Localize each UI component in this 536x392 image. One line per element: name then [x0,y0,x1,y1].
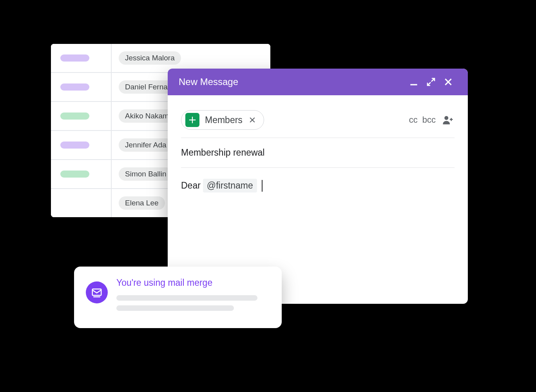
status-cell [51,160,112,188]
contact-chip[interactable]: Elena Lee [119,196,165,210]
compose-title: New Message [179,76,405,87]
status-cell [51,131,112,159]
svg-rect-8 [92,289,101,295]
status-cell [51,73,112,101]
status-pill [60,171,89,178]
status-pill [60,142,89,149]
add-person-icon[interactable] [441,113,455,127]
skeleton-line [116,295,257,301]
recipient-chip-members[interactable]: Members [181,110,264,130]
expand-icon[interactable] [422,73,440,91]
minimize-icon[interactable] [405,73,422,91]
toast-title: You're using mail merge [116,278,270,288]
recipients-row[interactable]: Members cc bcc [181,105,455,138]
mail-merge-toast: You're using mail merge [74,267,282,328]
body-text: Dear [181,180,201,191]
sheets-icon [185,113,199,127]
close-icon[interactable] [440,73,457,91]
svg-point-7 [444,116,448,120]
mail-merge-icon [86,281,108,303]
contact-chip[interactable]: Jennifer Ada [119,138,173,152]
contact-chip[interactable]: Daniel Ferna [119,80,174,94]
bcc-button[interactable]: bcc [422,115,436,125]
recipient-chip-label: Members [205,115,243,125]
remove-chip-icon[interactable] [248,116,257,124]
compose-header: New Message [168,69,468,95]
status-pill [60,54,89,62]
compose-body: Members cc bcc Membership renewal [168,95,468,203]
name-cell: Jessica Malora [112,44,270,72]
status-cell [51,44,112,72]
toast-body: You're using mail merge [116,278,270,316]
subject-input[interactable]: Membership renewal [181,138,455,168]
contact-chip[interactable]: Akiko Nakam [119,109,175,123]
status-pill [60,83,89,91]
skeleton-line [116,305,234,311]
status-cell [51,102,112,130]
cc-button[interactable]: cc [409,115,418,125]
contact-chip[interactable]: Simon Ballin [119,167,173,181]
svg-rect-0 [410,84,417,85]
status-cell [51,189,112,217]
contact-chip[interactable]: Jessica Malora [119,51,181,65]
text-cursor [262,180,263,192]
merge-field-firstname[interactable]: @firstname [203,179,257,192]
status-pill [60,113,89,120]
message-body[interactable]: Dear @firstname [181,168,455,203]
